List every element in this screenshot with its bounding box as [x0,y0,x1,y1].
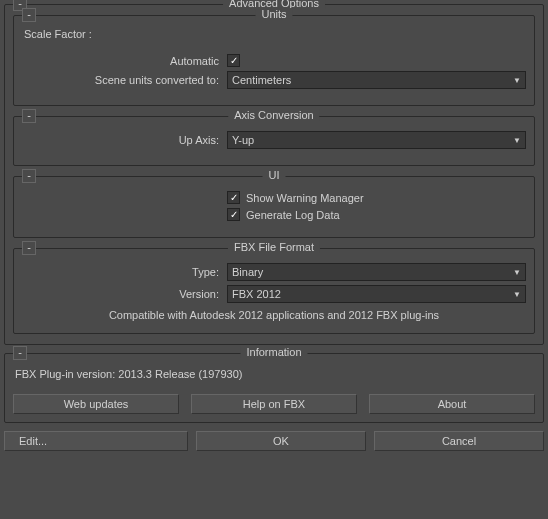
units-collapse-button[interactable]: - [22,8,36,22]
help-on-fbx-button[interactable]: Help on FBX [191,394,357,414]
chevron-down-icon: ▼ [513,76,521,85]
fbx-collapse-button[interactable]: - [22,241,36,255]
units-group: - Units Scale Factor : Automatic Scene u… [13,15,535,106]
version-value: FBX 2012 [232,288,281,300]
scale-factor-label: Scale Factor : [22,26,526,50]
fbx-title: FBX File Format [228,241,320,253]
up-axis-dropdown[interactable]: Y-up ▼ [227,131,526,149]
ok-button[interactable]: OK [196,431,366,451]
axis-conversion-group: - Axis Conversion Up Axis: Y-up ▼ [13,116,535,166]
units-title: Units [255,8,292,20]
type-value: Binary [232,266,263,278]
up-axis-value: Y-up [232,134,254,146]
type-dropdown[interactable]: Binary ▼ [227,263,526,281]
about-button[interactable]: About [369,394,535,414]
version-label: Version: [22,288,227,300]
type-label: Type: [22,266,227,278]
web-updates-button[interactable]: Web updates [13,394,179,414]
information-group: - Information FBX Plug-in version: 2013.… [4,353,544,423]
information-title: Information [240,346,307,358]
edit-button[interactable]: Edit... [4,431,188,451]
ui-title: UI [263,169,286,181]
ui-group: - UI Show Warning Manager Generate Log D… [13,176,535,238]
ui-collapse-button[interactable]: - [22,169,36,183]
info-collapse-button[interactable]: - [13,346,27,360]
chevron-down-icon: ▼ [513,136,521,145]
warning-manager-checkbox[interactable] [227,191,240,204]
generate-log-checkbox[interactable] [227,208,240,221]
advanced-options-group: - Advanced Options - Units Scale Factor … [4,4,544,345]
automatic-checkbox[interactable] [227,54,240,67]
axis-title: Axis Conversion [228,109,319,121]
compatibility-note: Compatible with Autodesk 2012 applicatio… [22,309,526,321]
version-dropdown[interactable]: FBX 2012 ▼ [227,285,526,303]
generate-log-label: Generate Log Data [246,209,340,221]
chevron-down-icon: ▼ [513,268,521,277]
up-axis-label: Up Axis: [22,134,227,146]
scene-units-value: Centimeters [232,74,291,86]
cancel-button[interactable]: Cancel [374,431,544,451]
warning-manager-label: Show Warning Manager [246,192,364,204]
scene-units-label: Scene units converted to: [22,74,227,86]
dialog-button-row: Edit... OK Cancel [4,431,544,451]
scene-units-dropdown[interactable]: Centimeters ▼ [227,71,526,89]
plugin-version-label: FBX Plug-in version: 2013.3 Release (197… [13,364,535,384]
fbx-file-format-group: - FBX File Format Type: Binary ▼ Version… [13,248,535,334]
chevron-down-icon: ▼ [513,290,521,299]
automatic-label: Automatic [22,55,227,67]
axis-collapse-button[interactable]: - [22,109,36,123]
